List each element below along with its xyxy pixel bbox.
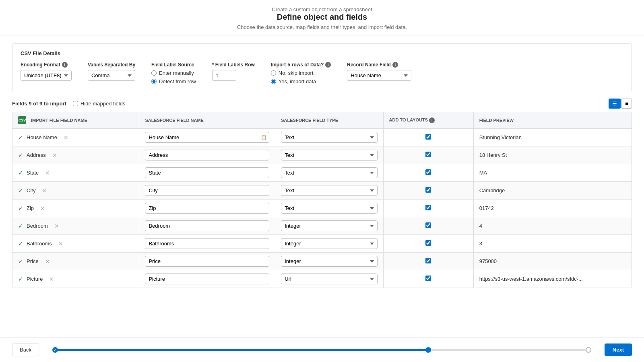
field-labels-row-input[interactable] [212,70,236,81]
remove-field-icon[interactable]: ✕ [45,170,50,176]
table-row: ✓ Bedroom ✕ TextIntegerUrlDateCheckboxCu… [12,217,632,235]
table-row: ✓ Bathrooms ✕ TextIntegerUrlDateCheckbox… [12,235,632,253]
import-rows-info-icon: i [325,62,331,68]
remove-field-icon[interactable]: ✕ [45,258,50,265]
sf-field-input[interactable] [145,167,269,178]
radio-no-skip-input[interactable] [271,70,276,76]
add-to-layout-checkbox[interactable] [425,152,431,157]
field-name-cell: ✓ Bedroom ✕ [18,222,133,230]
csv-icon: CSV [18,116,26,124]
radio-detect-from-row-input[interactable] [151,79,157,84]
sf-field-input[interactable] [145,238,269,249]
field-preview: Cambridge [473,182,632,200]
sf-field-type-select[interactable]: TextIntegerUrlDateCheckboxCurrencyNumber… [281,203,377,214]
add-to-layout-checkbox[interactable] [425,187,431,193]
record-name-field-select[interactable]: House Name Address City [347,70,411,81]
import-field-name: Address [27,152,46,158]
check-icon: ✓ [18,240,23,247]
field-preview: 4 [473,217,632,235]
import-rows-group: Import 5 rows of Data? i No, skip import… [271,62,331,84]
top-bar: Create a custom object from a spreadshee… [0,0,644,35]
values-separated-select[interactable]: Comma Semicolon Tab Pipe [88,70,135,81]
col-import-field-name: CSV IMPORT FILE FIELD NAME [12,112,139,129]
remove-field-icon[interactable]: ✕ [52,152,57,158]
check-icon: ✓ [18,276,23,283]
encoding-format-group: Encoding Format i Unicode (UTF8) UTF-16 … [21,62,72,81]
field-preview: 3 [473,235,632,253]
encoding-format-label: Encoding Format i [21,62,72,68]
add-to-layout-checkbox[interactable] [425,169,431,175]
import-rows-radio-group: No, skip import Yes, import data [271,70,331,84]
add-to-layout-checkbox[interactable] [425,205,431,210]
field-preview: Stunning Victorian [473,129,632,146]
add-to-layout-checkbox[interactable] [425,134,431,140]
list-view-button[interactable]: ☰ [609,99,621,109]
sf-field-wrap [145,256,269,267]
sf-field-input[interactable] [145,274,269,284]
remove-field-icon[interactable]: ✕ [40,205,45,212]
csv-section-title: CSV File Details [21,50,623,56]
radio-no-skip[interactable]: No, skip import [271,70,331,76]
table-row: ✓ City ✕ TextIntegerUrlDateCheckboxCurre… [12,182,632,200]
add-to-layout-checkbox[interactable] [425,222,431,228]
sf-field-type-select[interactable]: TextIntegerUrlDateCheckboxCurrencyNumber… [281,132,377,143]
sf-field-type-select[interactable]: TextIntegerUrlDateCheckboxCurrencyNumber… [281,238,377,249]
col-add-to-layouts: ADD TO LAYOUTS i [383,112,473,129]
import-field-name: Bathrooms [27,241,52,247]
check-icon: ✓ [18,169,23,177]
view-toggle: ☰ ■ [609,99,632,109]
add-to-layout-checkbox[interactable] [425,276,431,281]
hide-mapped-checkbox[interactable] [73,101,78,106]
sf-field-wrap: 📋 [145,132,269,143]
grid-view-button[interactable]: ■ [621,99,632,109]
field-name-cell: ✓ Picture ✕ [18,276,133,283]
check-icon: ✓ [18,222,23,230]
import-field-name: Zip [27,205,34,211]
radio-detect-from-row[interactable]: Detect from row [151,78,196,84]
record-name-info-icon: i [392,62,398,68]
add-to-layout-checkbox[interactable] [425,240,431,246]
field-name-cell: ✓ City ✕ [18,187,133,194]
encoding-format-select[interactable]: Unicode (UTF8) UTF-16 ISO-8859-1 [21,70,72,81]
sf-field-input[interactable] [145,256,269,267]
sf-field-wrap [145,220,269,231]
sf-field-input[interactable] [145,220,269,231]
table-row: ✓ State ✕ TextIntegerUrlDateCheckboxCurr… [12,164,632,182]
remove-field-icon[interactable]: ✕ [64,134,68,141]
sf-field-type-select[interactable]: TextIntegerUrlDateCheckboxCurrencyNumber… [281,256,377,267]
radio-yes-import-input[interactable] [271,79,276,84]
sf-field-input[interactable] [145,150,269,160]
sf-field-input[interactable] [145,185,269,196]
sf-field-input[interactable] [145,203,269,214]
sf-field-type-select[interactable]: TextIntegerUrlDateCheckboxCurrencyNumber… [281,167,377,178]
page-title: Define object and fields [0,12,644,22]
sf-field-type-select[interactable]: TextIntegerUrlDateCheckboxCurrencyNumber… [281,185,377,196]
remove-field-icon[interactable]: ✕ [49,276,54,282]
radio-enter-manually[interactable]: Enter manually [151,70,196,76]
sf-field-wrap [145,185,269,196]
remove-field-icon[interactable]: ✕ [42,187,47,194]
radio-enter-manually-label: Enter manually [159,70,194,76]
top-title: Create a custom object from a spreadshee… [0,6,644,12]
add-to-layout-checkbox[interactable] [425,258,431,263]
remove-field-icon[interactable]: ✕ [54,223,59,229]
table-row: ✓ Zip ✕ TextIntegerUrlDateCheckboxCurren… [12,200,632,217]
field-preview: MA [473,164,632,182]
csv-file-details: CSV File Details Encoding Format i Unico… [12,43,632,91]
radio-enter-manually-input[interactable] [151,70,157,76]
sf-field-type-select[interactable]: TextIntegerUrlDateCheckboxCurrencyNumber… [281,220,377,231]
field-name-cell: ✓ Address ✕ [18,152,133,159]
fields-count: Fields 9 of 9 to import [12,101,66,107]
import-field-name: Bedroom [27,223,48,229]
hide-mapped-label[interactable]: Hide mapped fields [73,101,125,107]
field-name-cell: ✓ Bathrooms ✕ [18,240,133,247]
add-to-layouts-info-icon: i [429,117,435,123]
sf-field-input[interactable] [145,132,269,143]
fields-table: CSV IMPORT FILE FIELD NAME SALESFORCE FI… [12,112,632,288]
sf-field-wrap [145,150,269,160]
radio-yes-import[interactable]: Yes, import data [271,78,331,84]
import-rows-label: Import 5 rows of Data? i [271,62,331,68]
sf-field-type-select[interactable]: TextIntegerUrlDateCheckboxCurrencyNumber… [281,150,377,160]
remove-field-icon[interactable]: ✕ [58,241,63,247]
sf-field-type-select[interactable]: TextIntegerUrlDateCheckboxCurrencyNumber… [281,274,377,284]
